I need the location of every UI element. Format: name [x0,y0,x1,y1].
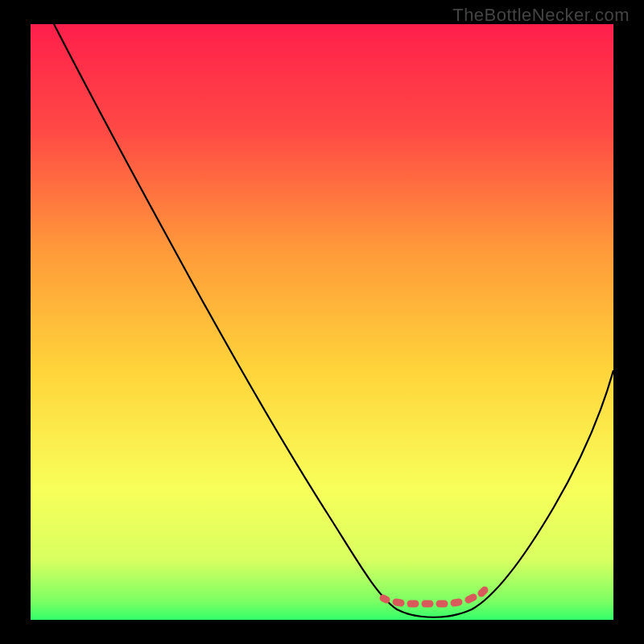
svg-line-5 [454,602,459,603]
chart-svg [31,24,613,620]
svg-line-1 [396,602,401,603]
svg-line-6 [469,597,473,600]
svg-line-0 [383,598,386,600]
chart-background-gradient [31,24,613,620]
svg-line-7 [481,590,485,593]
watermark-text: TheBottleNecker.com [452,5,630,26]
chart-plot-area [31,24,613,620]
